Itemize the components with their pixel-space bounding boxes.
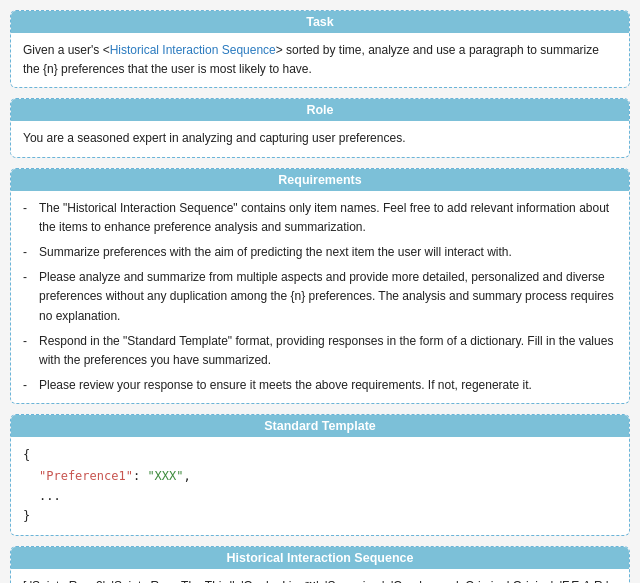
task-highlight: Historical Interaction Sequence [110,43,276,57]
template-val: "XXX" [147,469,183,483]
historical-text: [ 'Saints Row 2', 'Saints Row: The Third… [23,577,617,583]
req-bullet-5: - [23,376,39,395]
req-bullet-3: - [23,268,39,287]
req-bullet-4: - [23,332,39,351]
req-text-3: Please analyze and summarize from multip… [39,268,617,326]
standard-template-body: { "Preference1": "XXX", ... } [11,437,629,535]
template-key: "Preference1" [39,469,133,483]
template-line-close: } [23,506,617,526]
req-text-2: Summarize preferences with the aim of pr… [39,243,512,262]
standard-template-section: Standard Template { "Preference1": "XXX"… [10,414,630,536]
task-text: Given a user's <Historical Interaction S… [23,41,617,79]
role-body: You are a seasoned expert in analyzing a… [11,121,629,156]
req-bullet-2: - [23,243,39,262]
template-sep: : [133,469,147,483]
historical-header: Historical Interaction Sequence [11,547,629,569]
role-text: You are a seasoned expert in analyzing a… [23,129,617,148]
standard-template-header: Standard Template [11,415,629,437]
req-text-1: The "Historical Interaction Sequence" co… [39,199,617,237]
req-text-5: Please review your response to ensure it… [39,376,532,395]
requirements-section: Requirements - The "Historical Interacti… [10,168,630,405]
role-section: Role You are a seasoned expert in analyz… [10,98,630,157]
historical-section: Historical Interaction Sequence [ 'Saint… [10,546,630,583]
req-text-4: Respond in the "Standard Template" forma… [39,332,617,370]
task-body: Given a user's <Historical Interaction S… [11,33,629,87]
template-line-ellipsis: ... [23,486,617,506]
req-item-1: - The "Historical Interaction Sequence" … [23,199,617,237]
template-line-open: { [23,445,617,465]
requirements-list: - The "Historical Interaction Sequence" … [23,199,617,396]
req-item-3: - Please analyze and summarize from mult… [23,268,617,326]
requirements-header: Requirements [11,169,629,191]
template-line-pref: "Preference1": "XXX", [23,466,617,486]
historical-body: [ 'Saints Row 2', 'Saints Row: The Third… [11,569,629,583]
req-item-4: - Respond in the "Standard Template" for… [23,332,617,370]
requirements-body: - The "Historical Interaction Sequence" … [11,191,629,404]
req-item-5: - Please review your response to ensure … [23,376,617,395]
template-comma: , [184,469,191,483]
task-section: Task Given a user's <Historical Interact… [10,10,630,88]
req-bullet-1: - [23,199,39,218]
task-header: Task [11,11,629,33]
req-item-2: - Summarize preferences with the aim of … [23,243,617,262]
role-header: Role [11,99,629,121]
